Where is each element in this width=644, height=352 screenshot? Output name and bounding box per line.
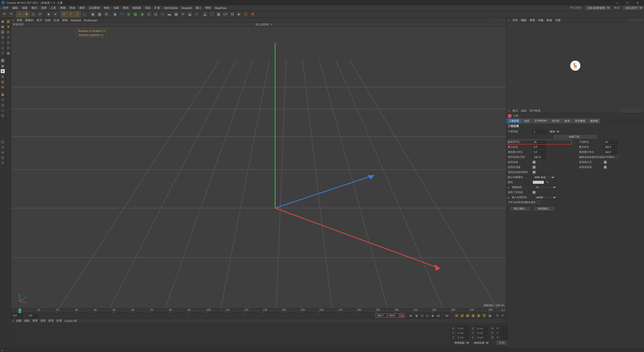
mat-menu-item[interactable]: 查看 xyxy=(32,319,38,323)
coord-system-icon[interactable]: ⬚ xyxy=(81,11,88,18)
sel-lasso-icon[interactable]: ↬ xyxy=(1,150,5,155)
attr-fwd-icon[interactable] xyxy=(624,109,627,112)
render-view-icon[interactable]: ▣ xyxy=(90,11,96,18)
qr-icon[interactable]: QR xyxy=(222,11,229,18)
edge-mode-icon[interactable]: ▱ xyxy=(1,46,5,50)
menu-item[interactable]: Redshift xyxy=(180,6,193,10)
goto-start2-icon[interactable]: ⏮ xyxy=(409,313,413,318)
vp-menu-item[interactable]: 选项 xyxy=(45,18,51,22)
layout-select[interactable]: 启动 (用户) xyxy=(623,6,643,10)
colorprofile-select[interactable]: sRGB xyxy=(534,196,557,199)
use-anim-checkbox[interactable] xyxy=(533,161,536,164)
xp-icon[interactable]: ✱ xyxy=(249,11,256,18)
menu-item[interactable]: 运动图形 xyxy=(87,6,102,10)
prevmax-field[interactable] xyxy=(604,150,617,154)
attr-up-icon[interactable] xyxy=(628,109,631,112)
obj-menu-item[interactable]: 对象 xyxy=(538,18,544,22)
x-axis-icon[interactable]: X xyxy=(61,11,67,18)
tab-reference[interactable]: 参考 xyxy=(562,118,573,123)
goto-end2-icon[interactable]: ⏭ xyxy=(445,313,449,318)
tool-sel-icon[interactable]: ▦ xyxy=(6,51,11,55)
coord-y-field[interactable]: 0 cm xyxy=(457,331,469,335)
menu-item[interactable]: 样条 xyxy=(68,6,77,10)
colorprofile-expand-icon[interactable]: ▸ xyxy=(508,196,509,199)
axis-icon[interactable]: ┼ xyxy=(1,103,5,107)
render-region-icon[interactable]: ▦ xyxy=(96,11,103,18)
field-icon[interactable]: ▤ xyxy=(152,11,159,18)
obj-menu-item[interactable]: 编辑 xyxy=(521,18,527,22)
load-preset-button[interactable]: 载入预设... xyxy=(509,206,531,211)
timeline-ruler[interactable]: 0 F 010203040506070809010011012013014015… xyxy=(11,308,506,313)
spline-icon[interactable]: 〰 xyxy=(118,11,125,18)
sel-brush-icon[interactable]: 〰 xyxy=(1,161,5,165)
menu-item[interactable]: INSYDIUM xyxy=(162,6,179,10)
goto-end-icon[interactable]: ⏭ xyxy=(436,313,441,318)
step-fwd-icon[interactable]: ▶ xyxy=(431,313,435,318)
menu-item[interactable]: 帮助 xyxy=(204,6,213,10)
rotate-tool-icon[interactable]: ⟳ xyxy=(37,11,43,18)
coord-z2-field[interactable]: 0 cm xyxy=(476,336,488,339)
vp-nav4-icon[interactable] xyxy=(502,19,505,22)
cube-primitive-icon[interactable]: ▣ xyxy=(112,11,118,18)
obj-search-icon[interactable] xyxy=(628,19,631,22)
use-motion-checkbox[interactable] xyxy=(533,171,536,174)
coord-x2-field[interactable]: 0 cm xyxy=(476,327,488,330)
key-rot-icon[interactable]: ◆ xyxy=(476,313,481,318)
tl-options-icon[interactable]: ⠿ xyxy=(495,313,500,318)
coord-h-field[interactable]: 0 ° xyxy=(496,327,508,330)
normals-icon[interactable]: ⋰ xyxy=(1,108,5,113)
soft-select-icon[interactable]: ◉ xyxy=(1,74,5,79)
obj-dock-icon[interactable] xyxy=(639,19,642,22)
coord-z-field[interactable]: 0 cm xyxy=(457,336,469,339)
coord-mode-select[interactable]: 绝对比例 xyxy=(472,341,490,345)
record-icon[interactable]: ● xyxy=(454,313,459,318)
menu-item[interactable]: 创建 xyxy=(20,6,29,10)
render-settings-icon[interactable]: ⚙ xyxy=(103,11,110,18)
tl-fcurve-icon[interactable]: 〜 xyxy=(501,313,505,318)
menu-item[interactable]: 渲染 xyxy=(143,6,152,10)
tool-edge-icon[interactable]: ▭ xyxy=(6,46,11,50)
color-swatch[interactable] xyxy=(533,181,544,184)
recent-tool-icon[interactable]: ■ xyxy=(45,11,52,18)
vp-menu-item[interactable]: 查看 xyxy=(17,18,22,22)
pipette-icon[interactable]: ✎ xyxy=(546,181,549,184)
current-frame-field[interactable]: 0 F xyxy=(12,314,23,318)
workplane2-icon[interactable]: ▦ xyxy=(1,79,5,84)
viewport-solo-icon[interactable]: ▣ xyxy=(1,92,5,97)
menu-item[interactable]: 窗口 xyxy=(194,6,203,10)
use-expr-checkbox[interactable] xyxy=(604,161,607,164)
obj-menu-item[interactable]: 标签 xyxy=(547,18,552,22)
project-scale-field[interactable] xyxy=(533,130,546,134)
attr-menu-item[interactable]: 用户数据 xyxy=(530,109,541,113)
mat-menu-item[interactable]: 选择 xyxy=(40,319,46,323)
target-icon[interactable]: ⊙ xyxy=(243,11,249,18)
dynamics-icon[interactable]: ⚓ xyxy=(202,11,208,18)
obj-path-icon[interactable] xyxy=(636,19,639,22)
vp-menu-item[interactable]: 过滤 xyxy=(54,18,59,22)
tool-move-icon[interactable]: ⚙ xyxy=(6,19,11,24)
select-tool-icon[interactable]: ⌖ xyxy=(16,11,23,18)
obj-menu-item[interactable]: 文件 xyxy=(512,18,518,22)
undo-icon[interactable]: ↶ xyxy=(1,11,8,18)
quantize-icon[interactable]: ◉ xyxy=(1,85,5,89)
tab-xparticles[interactable]: X-Particles xyxy=(532,118,549,123)
menu-item[interactable]: RealFlow xyxy=(213,6,228,10)
mograph-icon[interactable]: ⁂ xyxy=(146,11,152,18)
projtime-field[interactable] xyxy=(604,140,617,144)
preview-end-field[interactable]: 250 F xyxy=(376,314,387,318)
key-pos-icon[interactable]: ◆ xyxy=(465,313,470,318)
coord-b-field[interactable]: 0 ° xyxy=(496,336,508,339)
step-back-icon[interactable]: ◀ xyxy=(414,313,419,318)
vp-menu-item[interactable]: 显示 xyxy=(36,18,42,22)
z-axis-icon[interactable]: Z xyxy=(74,11,81,18)
tab-project-settings[interactable]: 工程设置 xyxy=(506,118,522,123)
mat-menu-item[interactable]: Cycles 4D xyxy=(64,319,77,322)
save-preset-button[interactable]: 保存预设... xyxy=(533,206,555,211)
tab-interp[interactable]: 帧插值 xyxy=(588,118,601,123)
menu-item[interactable]: 模拟 xyxy=(121,6,130,10)
tool-line-icon[interactable]: ╱ xyxy=(6,35,11,39)
use-def-checkbox[interactable] xyxy=(604,166,607,169)
snap-s2-icon[interactable]: S xyxy=(1,69,5,73)
coord-p-field[interactable]: 0 ° xyxy=(496,331,508,335)
vp-menu-item[interactable]: ProRender xyxy=(84,19,97,22)
